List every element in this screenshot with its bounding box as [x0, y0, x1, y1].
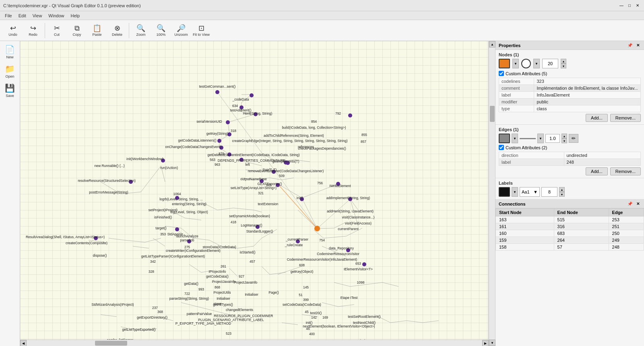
custom-attrs-nodes-checkbox[interactable]: [499, 71, 504, 76]
cut-icon: ✂: [54, 25, 60, 32]
svg-line-65: [366, 282, 382, 284]
scroll-left-button[interactable]: ◀: [20, 340, 27, 346]
scroll-down-button[interactable]: ▼: [489, 340, 495, 346]
save-button[interactable]: 💾 Save: [1, 81, 19, 100]
node-label: addHerit(String, IJavaElement): [327, 209, 374, 213]
node-size-input[interactable]: 20: [542, 59, 558, 68]
edge-width-down[interactable]: ▼: [561, 138, 567, 143]
node-size-down[interactable]: ▼: [561, 64, 566, 68]
label-color-picker[interactable]: [499, 187, 510, 197]
redo-button[interactable]: ↪ Redo: [23, 21, 43, 40]
close-button[interactable]: ✕: [634, 2, 641, 9]
graph-node[interactable]: [215, 90, 219, 94]
scroll-up-button[interactable]: ▲: [489, 41, 495, 47]
delete-button[interactable]: ⊗ Delete: [107, 21, 127, 40]
font-size-input[interactable]: 8: [541, 187, 557, 197]
edge-color-picker[interactable]: [499, 134, 510, 143]
connections-thead: Start Node End Node Edge: [496, 209, 644, 216]
copy-button[interactable]: ⧉ Copy: [67, 21, 87, 40]
node-label: testSetRootElement(): [348, 315, 380, 319]
selected-node[interactable]: [314, 226, 320, 231]
edges-section-title: Edges (1): [499, 127, 641, 132]
table-row[interactable]: 159264249: [496, 237, 644, 244]
maximize-button[interactable]: □: [626, 2, 633, 9]
node-size-up[interactable]: ▲: [561, 59, 566, 64]
right-panel: Properties 📌 ✕ Nodes (1) ▼ ▼ 20 ▲ ▼: [495, 41, 644, 346]
node-label: log(Level, String, Object): [170, 210, 208, 214]
node-shape-dropdown[interactable]: ▼: [533, 59, 540, 68]
scroll-track-v[interactable]: [489, 47, 495, 340]
node-add-button[interactable]: Add...: [586, 114, 608, 122]
label-color-dropdown[interactable]: ▼: [512, 187, 518, 197]
node-label: changedElements: [226, 308, 253, 312]
node-shape-circle[interactable]: [521, 59, 531, 68]
properties-pin-icon[interactable]: 📌: [626, 43, 634, 48]
horizontal-scrollbar[interactable]: ◀ ▶: [20, 340, 489, 346]
new-icon: 📄: [5, 45, 15, 54]
node-label: ResultAreaDialog(Shell, IStatus, ArrayLi…: [26, 235, 105, 239]
node-label: 868: [215, 285, 220, 289]
menu-window[interactable]: Window: [45, 12, 67, 19]
zoom-in-button[interactable]: 🔍 Zoom: [131, 21, 151, 40]
open-button[interactable]: 📁 Open: [1, 62, 19, 80]
graph-node[interactable]: [175, 227, 179, 231]
font-type-dropdown[interactable]: Aa1 ▼: [520, 187, 540, 197]
zoom-pct-button[interactable]: 🔍 100%: [151, 21, 171, 40]
edge-pen-icon[interactable]: ✏: [569, 134, 578, 143]
graph-node[interactable]: [362, 262, 366, 266]
node-label: 318: [231, 129, 236, 133]
undo-button[interactable]: ↩ Undo: [3, 21, 23, 40]
scroll-thumb-h[interactable]: [95, 341, 127, 346]
scroll-thumb-v[interactable]: [490, 106, 495, 122]
font-size-down[interactable]: ▼: [559, 192, 565, 197]
graph-node[interactable]: [348, 113, 352, 117]
minimize-button[interactable]: —: [618, 2, 625, 9]
edge-width-up[interactable]: ▲: [561, 134, 567, 138]
menu-help[interactable]: Help: [67, 12, 83, 19]
menu-file[interactable]: File: [2, 12, 15, 19]
edge-color-dropdown[interactable]: ▼: [512, 134, 518, 143]
fit-view-button[interactable]: ⊡ Fit to View: [192, 21, 211, 40]
graph-node[interactable]: [226, 120, 230, 124]
zoom-out-icon: 🔎: [177, 25, 186, 32]
graph-node[interactable]: [217, 139, 221, 143]
new-button[interactable]: 📄 New: [1, 43, 19, 61]
connections-table-wrapper[interactable]: Start Node End Node Edge 163515253 16131…: [495, 208, 644, 346]
cut-button[interactable]: ✂ Cut: [47, 21, 66, 40]
font-size-up[interactable]: ▲: [559, 187, 565, 192]
node-label: patternPairValue: [187, 312, 212, 316]
node-label: getKey(Object): [291, 270, 314, 274]
zoom-out-button[interactable]: 🔎 Unzoom: [171, 21, 191, 40]
node-label: 237: [152, 306, 158, 310]
edge-add-button[interactable]: Add...: [586, 167, 608, 175]
graph-canvas[interactable]: testGetComman...sent() _codeData 634 tes…: [20, 41, 489, 346]
edge-style-line[interactable]: [520, 138, 536, 139]
custom-attrs-edges-checkbox[interactable]: [499, 145, 504, 150]
connections-pin-icon[interactable]: 📌: [626, 201, 634, 206]
table-row: codelines323: [499, 78, 641, 85]
paste-button[interactable]: 📋 Paste: [87, 21, 107, 40]
table-row[interactable]: 161316251: [496, 223, 644, 230]
conn-edge: 251: [609, 223, 644, 230]
table-row[interactable]: 15857248: [496, 244, 644, 251]
edge-style-dropdown[interactable]: ▼: [537, 134, 544, 143]
node-remove-button[interactable]: Remove...: [610, 114, 641, 122]
scroll-track-h[interactable]: [27, 340, 482, 346]
svg-line-68: [338, 305, 354, 307]
properties-close-icon[interactable]: ✕: [635, 43, 641, 48]
table-row: labelInfoJavaElement: [499, 92, 641, 99]
node-color-dropdown[interactable]: ▼: [512, 59, 519, 68]
table-row[interactable]: 163515253: [496, 216, 644, 223]
node-label: createContents(Composite): [66, 241, 107, 245]
menu-view[interactable]: View: [29, 12, 45, 19]
scroll-right-button[interactable]: ▶: [482, 340, 489, 346]
svg-line-84: [282, 178, 294, 180]
edge-width-input[interactable]: [545, 134, 560, 143]
edge-remove-button[interactable]: Remove...: [610, 167, 641, 175]
menu-edit[interactable]: Edit: [15, 12, 29, 19]
node-color-picker[interactable]: [499, 59, 510, 68]
table-row[interactable]: 160683250: [496, 230, 644, 237]
connections-close-icon[interactable]: ✕: [635, 201, 641, 206]
graph-node[interactable]: [250, 93, 254, 97]
vertical-scrollbar[interactable]: ▲ ▼: [489, 41, 495, 346]
